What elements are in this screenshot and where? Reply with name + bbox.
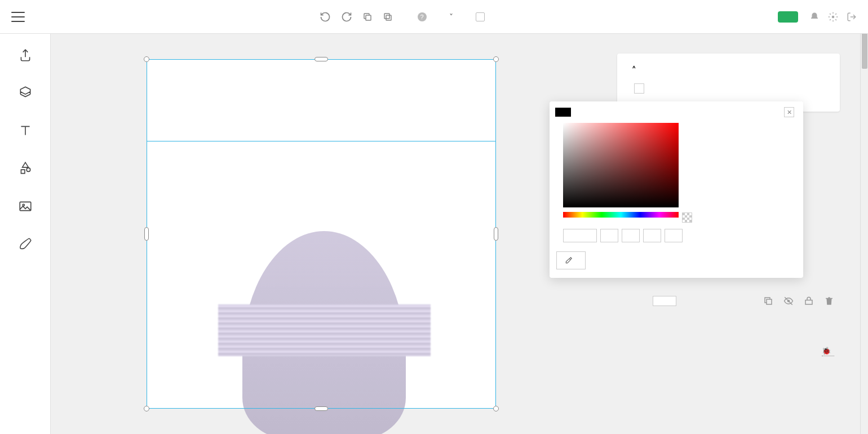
g-input[interactable] <box>622 229 640 242</box>
bug-icon: 🐞 <box>822 347 831 355</box>
sidebar-item-templates[interactable] <box>18 86 33 104</box>
visibility-icon[interactable] <box>783 296 794 308</box>
b-input[interactable] <box>643 229 661 242</box>
size-control[interactable]: ? <box>415 12 427 21</box>
saturation-box[interactable] <box>563 123 679 207</box>
resize-handle-e[interactable] <box>494 227 498 241</box>
save-copy-button[interactable] <box>778 11 798 23</box>
topbar: ? ˅ <box>0 0 868 34</box>
eyedropper-button[interactable] <box>556 251 586 269</box>
resize-handle-s[interactable] <box>315 406 328 411</box>
selection-divider <box>147 141 496 141</box>
lock-icon[interactable] <box>804 296 814 308</box>
fill-swatch[interactable] <box>634 83 644 94</box>
undo-icon[interactable] <box>320 11 331 23</box>
duplicate-icon[interactable] <box>763 296 773 308</box>
scrollbar[interactable] <box>860 0 868 434</box>
animation-toggle[interactable] <box>476 12 489 21</box>
r-input[interactable] <box>600 229 618 242</box>
exit-icon[interactable] <box>847 12 857 22</box>
svg-point-3 <box>832 15 835 18</box>
resize-handle-n[interactable] <box>315 57 328 61</box>
sidebar-item-graphics[interactable] <box>18 237 33 255</box>
hue-slider[interactable] <box>563 212 679 218</box>
paste-icon[interactable] <box>383 12 393 22</box>
layer-actions <box>763 296 834 308</box>
resize-handle-ne[interactable] <box>493 56 499 62</box>
svg-rect-2 <box>386 15 391 20</box>
sidebar-item-objects[interactable] <box>18 161 33 179</box>
copy-icon[interactable] <box>362 12 373 22</box>
svg-rect-8 <box>805 300 812 305</box>
tab-gradient[interactable] <box>571 108 587 117</box>
report-problem-link[interactable]: 🐞 <box>822 347 834 356</box>
svg-rect-1 <box>384 14 389 19</box>
hex-input[interactable] <box>563 229 597 242</box>
resize-handle-sw[interactable] <box>144 406 149 411</box>
sidebar-item-text[interactable] <box>18 123 33 141</box>
gear-icon[interactable] <box>828 12 838 22</box>
redo-icon[interactable] <box>341 11 352 23</box>
animation-checkbox[interactable] <box>476 12 485 21</box>
help-icon[interactable]: ? <box>418 12 427 21</box>
chevron-down-icon: ˅ <box>449 12 453 21</box>
resize-handle-w[interactable] <box>144 227 149 241</box>
a-input[interactable] <box>665 229 683 242</box>
close-icon[interactable]: ✕ <box>784 107 794 117</box>
bell-icon[interactable] <box>809 12 820 22</box>
svg-rect-0 <box>366 15 371 20</box>
svg-rect-6 <box>767 299 772 304</box>
hamburger-menu[interactable] <box>11 12 25 22</box>
zoom-control[interactable]: ˅ <box>449 12 453 21</box>
panel-title[interactable]: ˄ <box>628 65 829 75</box>
sidebar-item-upload[interactable] <box>18 48 33 66</box>
chevron-up-icon: ˄ <box>632 65 636 75</box>
tab-image[interactable] <box>587 108 603 117</box>
sidebar-item-photo[interactable] <box>18 199 33 217</box>
resize-handle-nw[interactable] <box>144 56 149 62</box>
selection-outline[interactable] <box>147 59 496 409</box>
sidebar <box>0 34 51 434</box>
fill-row <box>628 83 829 94</box>
preview-swatch <box>682 212 692 223</box>
trash-icon[interactable] <box>824 296 834 308</box>
color-picker-popup: ✕ <box>550 101 803 278</box>
resize-handle-se[interactable] <box>493 406 499 411</box>
tab-color[interactable] <box>555 108 571 117</box>
ok-button[interactable] <box>653 296 676 306</box>
